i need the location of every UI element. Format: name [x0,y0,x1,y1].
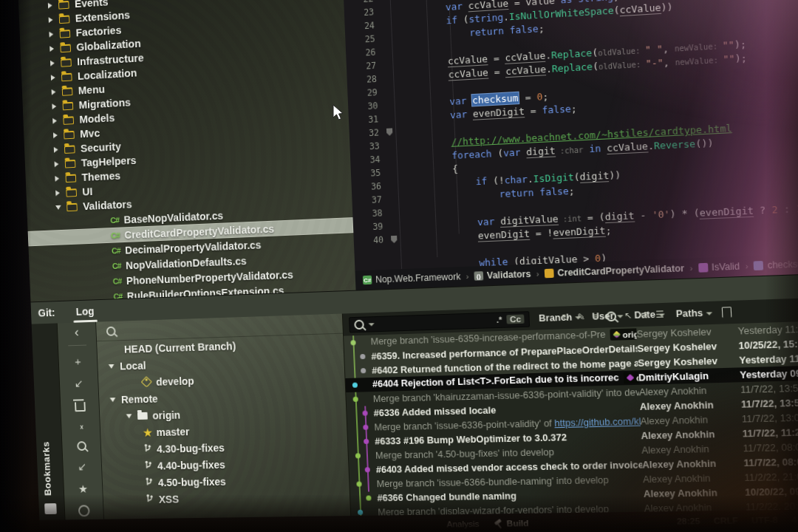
paint-icon[interactable]: ✎ [577,312,585,323]
chevron-right-icon[interactable] [55,176,59,182]
favorite-star-icon: ★ [143,426,152,438]
chevron-down-icon[interactable] [126,414,132,418]
filter-paths[interactable]: Paths [675,307,712,319]
match-case-toggle[interactable]: Cc [507,314,525,324]
star-icon[interactable]: ★ [78,482,89,496]
tree-folder-label: Security [81,140,121,154]
ref-chip[interactable]: origin/4.50-bug-fixes [624,372,639,383]
collapse-all-icon[interactable]: ≡ [593,311,598,322]
commit-date: 10/20/22, 09:49 [745,485,798,497]
build-tab[interactable]: Build [494,519,529,528]
pull-icon[interactable]: ↙ [78,460,87,474]
chevron-right-icon[interactable] [50,46,54,52]
code-token: digit [579,170,609,183]
commit-graph [344,349,372,364]
csharp-file-icon: C# [110,215,119,224]
tab-git-log[interactable]: Log [73,305,98,318]
chevron-right-icon[interactable] [49,31,53,37]
circle-icon[interactable] [78,505,90,516]
breadcrumb-item-validators[interactable]: {}Validators [474,269,531,282]
commit-date: Yesterday 11:23 [737,323,798,336]
solution-explorer[interactable]: ControllersEventsExtensionsFactoriesGlob… [18,0,356,301]
commit-date: 11/7/22, 13:52 [740,382,798,395]
status-item[interactable]: UTF-8 [751,515,778,525]
breadcrumb-item-checksum[interactable]: checksum [754,259,798,272]
gutter-markers [386,179,399,193]
code-token: ccValue [619,1,661,16]
chevron-down-icon[interactable] [109,364,115,368]
chevron-right-icon[interactable] [50,60,55,66]
find-icon[interactable] [606,311,616,321]
code-token: ) * ( [669,207,700,219]
status-item[interactable]: 4 spaces [791,514,798,524]
commit-graph [349,463,376,477]
code-token [406,137,451,150]
back-icon[interactable]: ‹ [75,328,79,335]
chevron-right-icon[interactable] [55,190,60,196]
commit-search-input[interactable]: .* Cc [349,311,530,332]
trash-icon[interactable] [75,402,86,412]
folder-icon [64,145,75,153]
chevron-right-icon[interactable] [52,103,56,109]
analysis-tab[interactable]: Analysis [446,519,479,529]
csharp-file-icon: C# [112,276,121,285]
commit-graph [345,364,372,378]
chevron-down-icon[interactable] [55,205,61,210]
chevron-right-icon[interactable] [49,17,53,23]
commit-date: 11/7/22, 13:51 [741,397,798,409]
chevron-right-icon[interactable] [53,132,58,138]
filter-label: Paths [675,307,703,319]
chevron-right-icon[interactable] [48,2,52,8]
refresh-icon[interactable]: ↻ [562,312,570,323]
chevron-down-icon[interactable] [110,398,116,402]
chevron-right-icon[interactable] [54,147,58,153]
gutter-markers [385,166,398,180]
gutter-markers [381,85,395,99]
chevron-right-icon[interactable] [52,118,57,124]
goto-ref-icon[interactable] [722,307,732,318]
code-token: evenDigit [478,228,531,242]
breadcrumb-item-nop.web.framework[interactable]: C#Nop.Web.Framework [363,271,461,285]
collapse-icon[interactable]: ›‹ [79,421,81,432]
code-token [404,96,450,109]
chevron-right-icon[interactable] [51,75,55,81]
breadcrumb-item-isvalid[interactable]: IsValid [698,261,740,273]
commit-link[interactable]: https://github.com/khairuzzaman/ [554,416,641,429]
branch-label: 4.40-bug-fixes [157,458,225,471]
status-item[interactable]: 28:25 [677,516,700,526]
folder-icon [60,44,71,52]
branch-label: XSS [159,493,180,505]
chevron-right-icon[interactable] [55,161,59,167]
branch-icon [143,443,151,455]
branch-row-xss[interactable]: XSS [103,488,349,508]
breadcrumb-item-creditcardpropertyvalidator[interactable]: CreditCardPropertyValidator [545,263,685,279]
line-number: 35 [351,166,386,180]
code-token: :int [558,214,582,224]
add-icon[interactable]: + [75,355,81,368]
commit-graph [344,335,371,350]
status-item[interactable]: CRLF [713,516,738,525]
regex-toggle[interactable]: .* [496,315,502,324]
line-number: 40 [353,233,388,248]
move-down-icon[interactable]: ↙ [74,377,83,390]
bookmarks-icon[interactable] [44,503,57,514]
tag-icon [141,376,152,387]
code-token: as [560,0,572,6]
chevron-right-icon[interactable] [52,89,56,95]
commit-author: Alexey Anokhin [643,472,745,485]
search-icon[interactable] [77,441,86,451]
ref-chip[interactable]: origin & develop [610,328,637,341]
code-token: ; [570,103,577,115]
code-token: ccValue [448,53,488,67]
ref-label: origin & develop [622,328,637,339]
code-token: ( [491,147,503,159]
code-token [407,176,476,190]
code-editor[interactable]: ? ext methods? exposing APIs 21 override… [342,0,798,290]
graph-dot-icon [364,439,369,444]
undo-icon[interactable]: ↺ [640,310,648,321]
go-up-icon[interactable]: ↖ [624,310,632,321]
bookmarks-tab[interactable]: Bookmarks [41,441,53,496]
code-token: , [663,56,675,68]
code-token: "" [723,52,735,65]
expand-all-icon[interactable]: ☰ [655,309,664,320]
